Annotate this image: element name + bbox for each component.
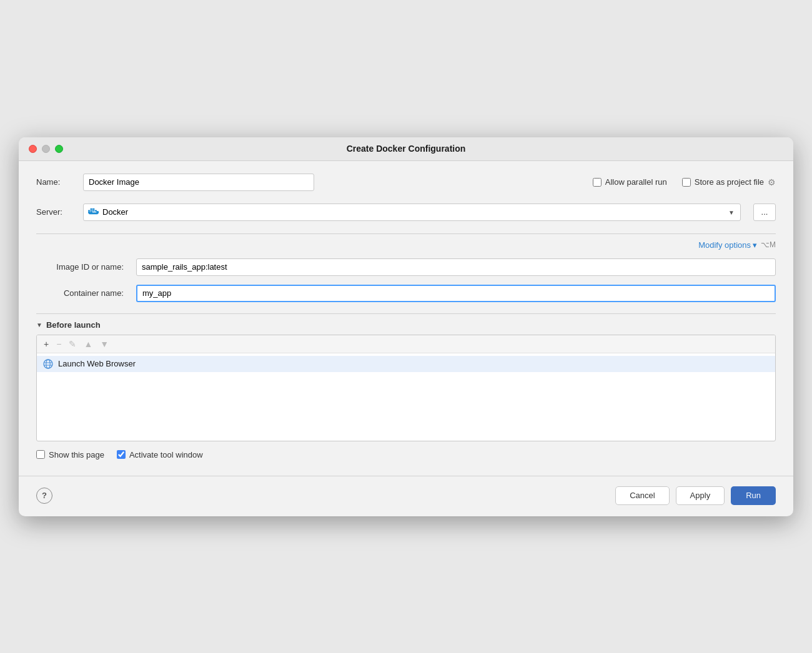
before-launch-toolbar: + − ✎ ▲ ▼: [37, 335, 775, 353]
store-as-project-checkbox[interactable]: [682, 178, 691, 187]
footer-buttons: Cancel Apply Run: [615, 486, 776, 505]
maximize-button[interactable]: [55, 145, 63, 153]
name-row: Name: Allow parallel run Store as projec…: [36, 174, 776, 191]
ellipsis-button[interactable]: ...: [753, 204, 776, 221]
image-id-row: Image ID or name:: [36, 258, 776, 276]
modify-options-label: Modify options: [698, 240, 751, 250]
svg-point-9: [46, 360, 50, 368]
store-as-project-item: Store as project file ⚙: [682, 177, 776, 187]
before-launch-box: + − ✎ ▲ ▼: [36, 335, 776, 441]
svg-rect-0: [88, 210, 90, 211]
globe-icon: [43, 359, 53, 369]
svg-point-8: [44, 360, 52, 368]
modify-options-button[interactable]: Modify options ▾: [698, 240, 757, 250]
before-launch-items: Launch Web Browser: [37, 353, 775, 441]
edit-button[interactable]: ✎: [66, 338, 79, 350]
allow-parallel-label: Allow parallel run: [605, 177, 667, 187]
close-button[interactable]: [29, 145, 37, 153]
window-title: Create Docker Configuration: [347, 144, 466, 154]
svg-rect-2: [92, 210, 94, 211]
allow-parallel-checkbox[interactable]: [593, 178, 602, 187]
show-page-checkbox[interactable]: [36, 450, 45, 459]
allow-parallel-item: Allow parallel run: [593, 177, 667, 187]
image-id-label: Image ID or name:: [36, 262, 124, 272]
content-area: Name: Allow parallel run Store as projec…: [19, 161, 793, 472]
before-launch-section: ▼ Before launch + − ✎ ▲ ▼: [36, 313, 776, 459]
show-page-item: Show this page: [36, 450, 104, 459]
gear-icon[interactable]: ⚙: [768, 177, 776, 187]
run-button[interactable]: Run: [731, 486, 776, 505]
svg-rect-4: [91, 208, 92, 209]
move-down-button[interactable]: ▼: [97, 338, 112, 350]
title-bar: Create Docker Configuration: [19, 137, 793, 161]
name-input[interactable]: [83, 174, 314, 191]
svg-rect-3: [92, 208, 94, 209]
bottom-checkboxes: Show this page Activate tool window: [36, 450, 776, 459]
triangle-collapse-icon[interactable]: ▼: [36, 322, 42, 328]
name-label: Name:: [36, 177, 71, 187]
help-button[interactable]: ?: [36, 488, 52, 504]
server-row: Server:: [36, 204, 776, 221]
list-item[interactable]: Launch Web Browser: [37, 356, 775, 372]
main-window: Create Docker Configuration Name: Allow …: [19, 137, 793, 516]
before-launch-title: Before launch: [46, 320, 101, 330]
launch-item-label: Launch Web Browser: [58, 359, 136, 368]
server-label: Server:: [36, 207, 71, 217]
remove-button[interactable]: −: [53, 338, 64, 350]
add-button[interactable]: +: [41, 338, 52, 350]
header-checkboxes: Allow parallel run Store as project file…: [593, 177, 776, 187]
svg-rect-1: [91, 210, 92, 211]
divider-2: [36, 313, 776, 314]
show-page-label: Show this page: [49, 450, 104, 459]
store-as-project-label: Store as project file: [695, 177, 764, 187]
activate-tool-item: Activate tool window: [117, 450, 203, 459]
move-up-button[interactable]: ▲: [81, 338, 96, 350]
server-select[interactable]: Docker: [83, 204, 741, 221]
footer: ? Cancel Apply Run: [19, 476, 793, 516]
apply-button[interactable]: Apply: [676, 486, 725, 505]
server-select-wrapper: Docker ▼: [83, 204, 741, 221]
minimize-button[interactable]: [42, 145, 50, 153]
modify-options-row: Modify options ▾ ⌥M: [36, 240, 776, 250]
container-name-row: Container name:: [36, 285, 776, 302]
activate-tool-label: Activate tool window: [129, 450, 203, 459]
container-name-label: Container name:: [36, 288, 124, 298]
traffic-lights: [29, 145, 63, 153]
container-name-input[interactable]: [136, 285, 776, 302]
divider-1: [36, 233, 776, 234]
modify-options-shortcut: ⌥M: [761, 240, 776, 249]
activate-tool-checkbox[interactable]: [117, 450, 126, 459]
cancel-button[interactable]: Cancel: [615, 486, 669, 505]
image-id-input[interactable]: [136, 258, 776, 276]
docker-icon: [88, 208, 99, 217]
before-launch-header: ▼ Before launch: [36, 320, 776, 330]
chevron-down-icon: ▾: [753, 240, 757, 250]
